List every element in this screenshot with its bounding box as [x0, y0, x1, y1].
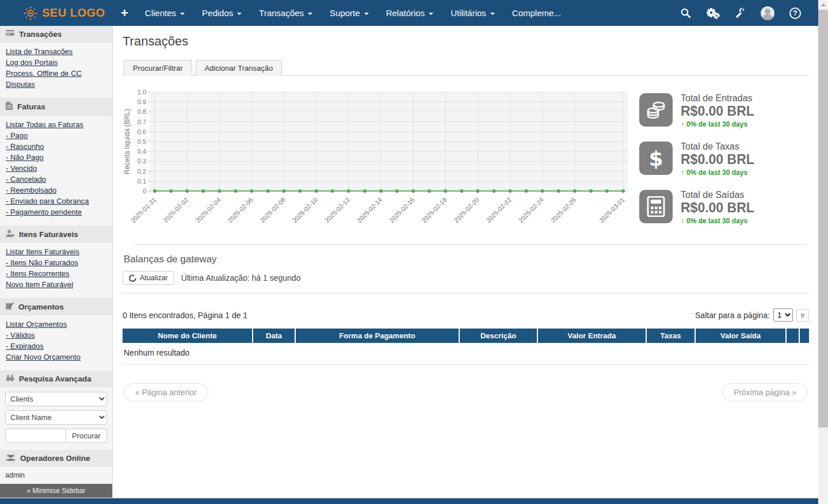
- stat-value: R$0.00 BRL: [681, 200, 754, 216]
- sidebar-link[interactable]: Process. Offline de CC: [6, 68, 106, 79]
- app-logo[interactable]: SEU LOGO: [23, 6, 113, 21]
- jump-page-go-button[interactable]: Ir: [796, 309, 809, 322]
- column-header-data[interactable]: Data: [253, 329, 295, 343]
- revenue-chart: 00.10.20.30.40.50.60.70.80.91.02025-01-3…: [123, 89, 635, 239]
- nav-item-label: Pedidos: [202, 8, 233, 18]
- sidebar-link[interactable]: - Pagamento pendente: [6, 207, 106, 217]
- search-icon[interactable]: [680, 7, 691, 18]
- sidebar-link[interactable]: - Cancelado: [6, 174, 106, 185]
- jump-page-label: Saltar para a página:: [695, 311, 770, 320]
- nav-item-label: Utilitários: [451, 8, 486, 18]
- sidebar-link[interactable]: Listar Todas as Faturas: [6, 119, 106, 130]
- refresh-button[interactable]: Atualizar: [123, 271, 174, 285]
- sidebar-link[interactable]: - Rascunho: [6, 141, 106, 152]
- nav-item-clientes[interactable]: Clientes: [136, 1, 193, 25]
- svg-text:2025-02-02: 2025-02-02: [162, 196, 189, 224]
- operator-name: admin: [5, 471, 107, 479]
- tab-search-filter[interactable]: Procurar/Filtrar: [124, 60, 192, 76]
- stat-calculator: Total de Saídas R$0.00 BRL ↑0% de last 3…: [639, 190, 809, 225]
- sidebar-section-advanced-search: Pesquisa Avançada: [0, 371, 112, 387]
- sidebar-search-button[interactable]: Procurar: [66, 429, 107, 443]
- sidebar-link[interactable]: Log dos Portais: [6, 57, 106, 68]
- stat-change: ↑0% de last 30 days: [681, 120, 754, 128]
- stat-value: R$0.00 BRL: [681, 104, 754, 119]
- quick-add-button[interactable]: +: [113, 6, 136, 21]
- refresh-label: Atualizar: [140, 274, 168, 282]
- sidebar-link[interactable]: Lista de Transações: [6, 46, 106, 57]
- sidebar-link[interactable]: Novo Item Faturável: [6, 279, 106, 290]
- vertical-scrollbar[interactable]: [818, 0, 828, 504]
- help-icon[interactable]: ?: [789, 7, 801, 19]
- sidebar-link[interactable]: Disputas: [6, 79, 106, 90]
- top-navbar: SEU LOGO + ClientesPedidosTransaçõesSupo…: [0, 0, 818, 26]
- stat-label: Total de Entradas: [681, 93, 754, 104]
- chevron-down-icon: [364, 13, 369, 15]
- sidebar-link[interactable]: - Itens Recorrentes: [6, 268, 106, 279]
- quotes-icon: [6, 302, 14, 311]
- search-field-select[interactable]: Client Name: [5, 410, 107, 425]
- column-header-forma-de-pagamento[interactable]: Forma de Pagamento: [296, 329, 459, 343]
- sidebar-link[interactable]: - Itens Não Faturados: [6, 257, 106, 268]
- wrench-icon[interactable]: [735, 7, 746, 18]
- stats-panel: Total de Entradas R$0.00 BRL ↑0% de last…: [639, 89, 809, 239]
- nav-item-utilit-rios[interactable]: Utilitários: [442, 1, 503, 25]
- users-icon: [6, 454, 16, 463]
- sidebar-search-input[interactable]: [5, 429, 66, 443]
- user-avatar[interactable]: [761, 6, 774, 20]
- chevron-down-icon: [490, 13, 495, 15]
- section-title: Itens Faturáveis: [19, 230, 78, 239]
- refresh-icon: [129, 274, 136, 282]
- jump-page-select[interactable]: 1: [773, 308, 793, 322]
- sidebar-link[interactable]: - Pago: [6, 130, 106, 141]
- chevron-down-icon: [180, 13, 185, 15]
- invoice-icon: [6, 102, 13, 112]
- sidebar-link[interactable]: - Não Pago: [6, 152, 106, 163]
- column-header-descri-o[interactable]: Descrição: [460, 329, 537, 343]
- svg-text:2025-02-26: 2025-02-26: [550, 196, 577, 224]
- column-header-valor-entrada[interactable]: Valor Entrada: [538, 329, 646, 343]
- svg-text:0.9: 0.9: [138, 98, 146, 105]
- nav-item-transa-es[interactable]: Transações: [250, 1, 321, 25]
- scrollbar-thumb[interactable]: [818, 10, 828, 427]
- minimise-sidebar-button[interactable]: « Minimise Sidebar: [0, 484, 112, 498]
- svg-text:1.0: 1.0: [138, 89, 146, 96]
- sidebar-link[interactable]: - Reembolsado: [6, 185, 106, 196]
- nav-item-pedidos[interactable]: Pedidos: [193, 1, 250, 25]
- next-page-button[interactable]: Próxima página »: [722, 383, 808, 402]
- column-header-valor-sa-da[interactable]: Valor Saída: [696, 329, 785, 343]
- nav-item-label: Transações: [259, 8, 304, 18]
- search-type-select[interactable]: Clients: [5, 392, 107, 406]
- tab-bar: Procurar/Filtrar Adicionar Transação: [123, 59, 809, 76]
- column-header-empty[interactable]: [787, 329, 799, 343]
- column-header-empty[interactable]: [800, 329, 809, 343]
- sidebar-link[interactable]: - Expirados: [6, 341, 106, 352]
- tab-add-transaction[interactable]: Adicionar Transação: [196, 60, 283, 76]
- sidebar-link[interactable]: Criar Novo Orçamento: [6, 352, 106, 362]
- sidebar-link[interactable]: - Válidos: [6, 330, 106, 341]
- svg-text:0.5: 0.5: [138, 138, 146, 145]
- sidebar-link[interactable]: - Enviado para Cobrança: [6, 196, 106, 207]
- svg-text:2025-02-14: 2025-02-14: [356, 196, 383, 224]
- sidebar-section-transactions: Transações: [0, 26, 112, 43]
- nav-item-compleme[interactable]: Compleme...: [503, 1, 570, 25]
- nav-item-suporte[interactable]: Suporte: [321, 1, 377, 25]
- sidebar-link[interactable]: Listar Orçamentos: [6, 319, 106, 330]
- gears-icon[interactable]: [706, 7, 720, 19]
- column-header-taxas[interactable]: Taxas: [647, 329, 695, 343]
- nav-item-label: Relatórios: [386, 8, 425, 18]
- svg-text:0.3: 0.3: [138, 158, 146, 165]
- svg-text:2025-01-31: 2025-01-31: [129, 196, 157, 224]
- coins-icon: [639, 93, 673, 127]
- column-header-nome-do-cliente[interactable]: Nome do Cliente: [123, 329, 252, 343]
- sidebar-link[interactable]: Listar Itens Faturáveis: [6, 246, 106, 257]
- nav-item-relat-rios[interactable]: Relatórios: [377, 1, 442, 25]
- sidebar-link[interactable]: - Vencido: [6, 163, 106, 174]
- svg-text:0.7: 0.7: [138, 119, 146, 125]
- svg-text:2025-02-18: 2025-02-18: [420, 196, 448, 224]
- stat-change: ↑0% de last 30 days: [681, 217, 754, 225]
- scroll-up-arrow[interactable]: [818, 0, 828, 9]
- section-title: Pesquisa Avançada: [19, 375, 91, 383]
- previous-page-button[interactable]: « Página anterior: [124, 383, 208, 402]
- sidebar-section-invoice: Faturas: [0, 98, 112, 116]
- svg-text:2025-02-24: 2025-02-24: [517, 196, 545, 224]
